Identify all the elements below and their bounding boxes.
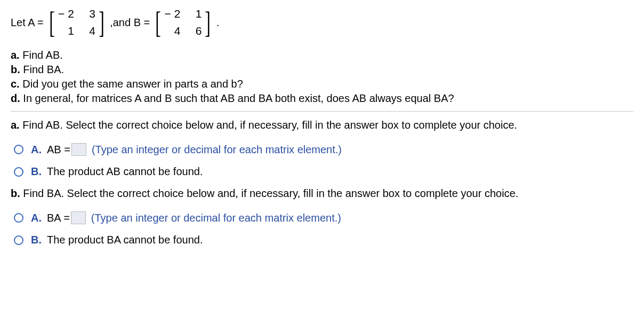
right-bracket-icon: ] — [99, 9, 104, 35]
ba-equals-text: BA = — [47, 212, 70, 224]
cell: 6 — [188, 25, 202, 37]
choice-letter: A. — [31, 212, 42, 224]
matrix-b-cells: − 2 1 4 6 — [164, 5, 203, 40]
choice-text: The product BA cannot be found. — [47, 234, 203, 246]
question-c: c. Did you get the same answer in parts … — [11, 78, 633, 90]
period-sep: . — [216, 17, 220, 29]
prompt-label: a. — [11, 119, 20, 131]
q-text: In general, for matrices A and B such th… — [20, 92, 454, 104]
and-b-text: and B = — [113, 17, 150, 29]
choice-letter: B. — [31, 234, 42, 246]
ab-equals-text: AB = — [47, 144, 70, 156]
cell: 4 — [165, 25, 181, 37]
question-d: d. In general, for matrices A and B such… — [11, 92, 633, 105]
radio-a-option-a[interactable] — [14, 145, 23, 154]
ba-hint: (Type an integer or decimal for each mat… — [91, 212, 341, 224]
cell: 4 — [82, 25, 95, 37]
cell: 1 — [188, 7, 202, 20]
part-a-choice-a: A. AB = (Type an integer or decimal for … — [14, 143, 633, 156]
cell: 1 — [58, 25, 74, 37]
choice-letter: B. — [31, 166, 42, 178]
let-a-text: Let A = — [11, 17, 44, 29]
radio-b-option-a[interactable] — [14, 213, 23, 223]
q-label: d. — [11, 92, 20, 104]
cell: 3 — [82, 7, 95, 20]
ab-hint: (Type an integer or decimal for each mat… — [92, 144, 342, 156]
matrix-b: [ − 2 1 4 6 ] — [153, 5, 213, 40]
question-a: a. Find AB. — [11, 49, 633, 61]
matrix-a: [ − 2 3 1 4 ] — [47, 5, 107, 40]
radio-a-option-b[interactable] — [14, 167, 23, 177]
question-b: b. Find BA. — [11, 64, 633, 76]
part-b-prompt: b. Find BA. Select the correct choice be… — [11, 187, 633, 200]
cell: − 2 — [58, 7, 74, 20]
q-label: a. — [11, 49, 20, 61]
part-a-prompt: a. Find AB. Select the correct choice be… — [11, 119, 633, 131]
q-label: c. — [11, 78, 20, 90]
q-text: Did you get the same answer in parts a a… — [20, 78, 243, 90]
divider — [11, 111, 633, 112]
prompt-text: Find AB. Select the correct choice below… — [20, 119, 517, 131]
prompt-label: b. — [11, 187, 20, 199]
left-bracket-icon: [ — [156, 9, 162, 35]
q-text: Find BA. — [20, 64, 64, 75]
part-b-choice-a: A. BA = (Type an integer or decimal for … — [14, 211, 633, 224]
matrix-a-cells: − 2 3 1 4 — [57, 5, 96, 40]
choice-letter: A. — [31, 144, 42, 156]
radio-b-option-b[interactable] — [14, 235, 23, 245]
question-list: a. Find AB. b. Find BA. c. Did you get t… — [11, 49, 633, 105]
part-a-choice-b: B. The product AB cannot be found. — [14, 166, 633, 178]
left-bracket-icon: [ — [49, 9, 55, 35]
q-label: b. — [11, 64, 20, 75]
choice-text: The product AB cannot be found. — [47, 166, 203, 178]
ba-answer-input[interactable] — [71, 211, 86, 224]
part-b-choice-b: B. The product BA cannot be found. — [14, 234, 633, 246]
problem-statement: Let A = [ − 2 3 1 4 ] , and B = [ − 2 1 … — [11, 5, 633, 40]
prompt-text: Find BA. Select the correct choice below… — [20, 187, 519, 199]
cell: − 2 — [165, 7, 181, 20]
right-bracket-icon: ] — [205, 9, 211, 35]
ab-answer-input[interactable] — [71, 143, 86, 156]
q-text: Find AB. — [20, 49, 63, 61]
